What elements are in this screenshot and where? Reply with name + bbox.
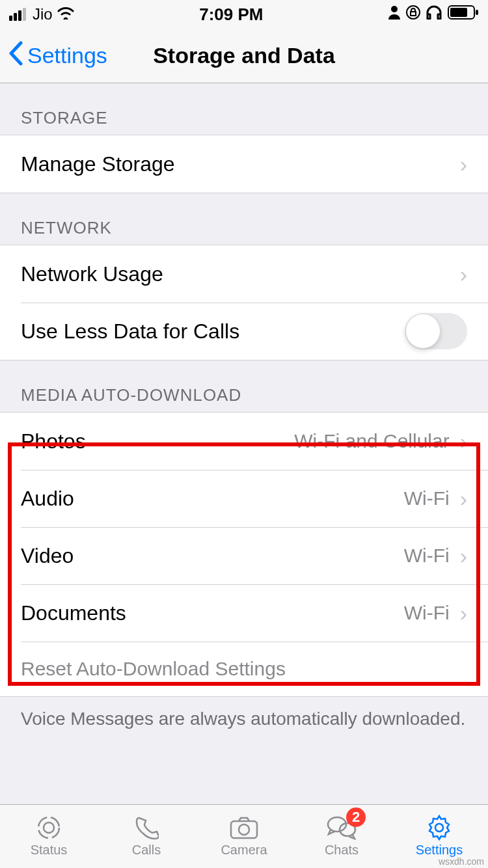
svg-rect-4 xyxy=(476,10,478,15)
audio-value: Wi-Fi xyxy=(404,487,450,509)
photos-row[interactable]: Photos Wi-Fi and Cellular › xyxy=(0,413,488,470)
person-icon xyxy=(388,5,401,23)
svg-point-5 xyxy=(44,822,54,833)
chevron-right-icon: › xyxy=(460,543,467,569)
cellular-signal-icon xyxy=(9,8,26,21)
svg-point-6 xyxy=(38,817,59,838)
svg-rect-3 xyxy=(450,8,467,17)
tab-status-label: Status xyxy=(31,843,68,858)
audio-row[interactable]: Audio Wi-Fi › xyxy=(0,470,488,527)
wifi-icon xyxy=(57,5,75,23)
tab-calls[interactable]: Calls xyxy=(98,805,195,868)
chevron-right-icon: › xyxy=(460,152,467,177)
use-less-data-row: Use Less Data for Calls xyxy=(0,303,488,360)
carrier-label: Jio xyxy=(33,5,53,23)
nav-bar: Settings Storage and Data xyxy=(0,29,488,83)
status-bar: Jio 7:09 PM xyxy=(0,0,488,29)
back-label: Settings xyxy=(27,43,107,68)
svg-point-0 xyxy=(391,6,398,12)
tab-camera-label: Camera xyxy=(221,843,267,858)
phone-icon xyxy=(131,815,162,840)
use-less-data-label: Use Less Data for Calls xyxy=(21,319,405,344)
svg-point-11 xyxy=(435,824,443,832)
back-button[interactable]: Settings xyxy=(0,41,107,71)
chevron-left-icon xyxy=(8,41,23,71)
documents-label: Documents xyxy=(21,601,404,625)
media-footer-note: Voice Messages are always automatically … xyxy=(0,697,488,755)
status-right xyxy=(388,5,479,23)
battery-icon xyxy=(448,5,479,23)
tab-settings-label: Settings xyxy=(416,843,463,858)
network-usage-row[interactable]: Network Usage › xyxy=(0,245,488,303)
documents-value: Wi-Fi xyxy=(404,602,450,624)
network-group: Network Usage › Use Less Data for Calls xyxy=(0,245,488,360)
media-group: Photos Wi-Fi and Cellular › Audio Wi-Fi … xyxy=(0,412,488,697)
tab-chats-label: Chats xyxy=(325,843,359,858)
photos-value: Wi-Fi and Cellular xyxy=(294,430,449,452)
reset-auto-download-row[interactable]: Reset Auto-Download Settings xyxy=(0,642,488,696)
tab-status[interactable]: Status xyxy=(0,805,98,868)
reset-label: Reset Auto-Download Settings xyxy=(21,658,286,680)
use-less-data-toggle[interactable] xyxy=(405,313,467,349)
documents-row[interactable]: Documents Wi-Fi › xyxy=(0,584,488,642)
svg-point-8 xyxy=(239,824,249,835)
chevron-right-icon: › xyxy=(460,601,467,626)
chevron-right-icon: › xyxy=(460,486,467,511)
photos-label: Photos xyxy=(21,429,294,454)
section-header-storage: Storage xyxy=(0,83,488,135)
chevron-right-icon: › xyxy=(460,429,467,454)
status-time: 7:09 PM xyxy=(199,5,263,25)
network-usage-label: Network Usage xyxy=(21,262,460,286)
manage-storage-row[interactable]: Manage Storage › xyxy=(0,135,488,193)
video-value: Wi-Fi xyxy=(404,545,450,567)
tab-calls-label: Calls xyxy=(132,843,161,858)
section-header-media: Media Auto-Download xyxy=(0,360,488,412)
chats-badge: 2 xyxy=(346,807,366,827)
gear-icon xyxy=(424,815,455,840)
section-header-network: Network xyxy=(0,193,488,245)
audio-label: Audio xyxy=(21,487,404,511)
video-row[interactable]: Video Wi-Fi › xyxy=(0,527,488,584)
tab-camera[interactable]: Camera xyxy=(195,805,293,868)
status-left: Jio xyxy=(9,5,75,23)
tab-chats[interactable]: 2 Chats xyxy=(293,805,390,868)
storage-group: Manage Storage › xyxy=(0,135,488,193)
camera-icon xyxy=(228,815,260,840)
headphones-icon xyxy=(426,5,442,23)
watermark: wsxdh.com xyxy=(439,856,484,867)
manage-storage-label: Manage Storage xyxy=(21,152,460,176)
status-icon xyxy=(33,815,64,840)
chevron-right-icon: › xyxy=(460,262,467,287)
video-label: Video xyxy=(21,544,404,568)
orientation-lock-icon xyxy=(406,5,420,23)
tab-bar: Status Calls Camera 2 Chats Settings xyxy=(0,804,488,868)
